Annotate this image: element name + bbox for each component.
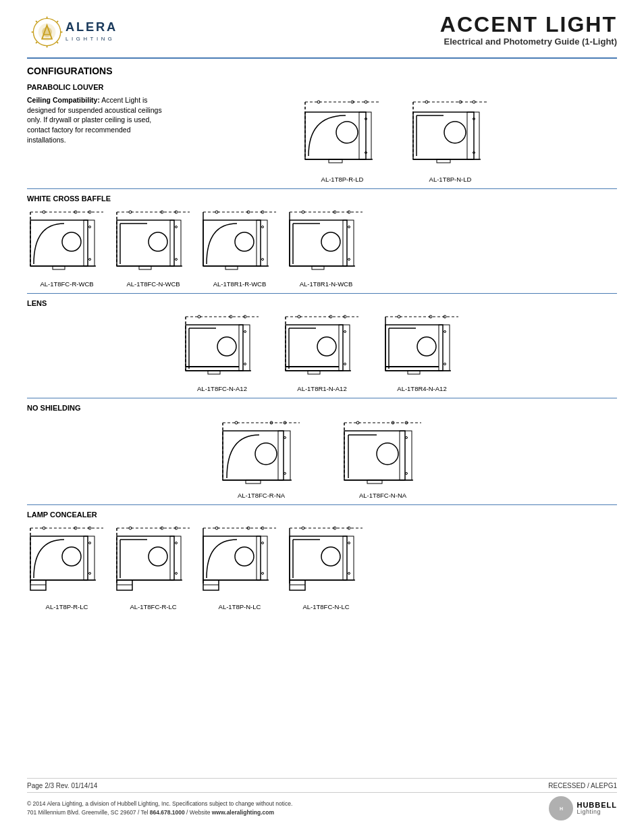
footer-copyright: © 2014 Alera Lighting, a division of Hub… — [27, 800, 292, 808]
diagram-AL-1T8R4-N-A12: AL-1T8R4-N-A12 — [382, 311, 462, 392]
footer-phone: 864.678.1000 — [150, 809, 185, 816]
white-cross-divider — [27, 293, 617, 294]
footer-address: 701 Millennium Blvd. Greenville, SC 2960… — [27, 809, 150, 816]
svg-AL-1T8FC-N-NA — [339, 416, 427, 489]
label-AL-1T8P-R-LD: AL-1T8P-R-LD — [321, 176, 364, 183]
svg-line-7 — [36, 42, 37, 43]
svg-point-200 — [176, 573, 178, 575]
label-AL-1T8R1-N-A12: AL-1T8R1-N-A12 — [297, 385, 346, 392]
parabolic-divider — [27, 188, 617, 189]
svg-AL-1T8FC-R-WCB — [27, 207, 107, 278]
svg-point-181 — [62, 547, 81, 566]
svg-rect-208 — [203, 536, 261, 580]
svg-point-184 — [89, 542, 91, 544]
svg-rect-120 — [286, 325, 343, 371]
footer: Page 2/3 Rev. 01/14/14 RECESSED / ALEPG1… — [27, 778, 617, 820]
lens-diagrams: AL-1T8FC-N-A12 — [27, 311, 617, 392]
diagram-AL-1T8FC-N-NA: AL-1T8FC-N-NA — [339, 416, 427, 499]
white-cross-title: WHITE CROSS BAFFLE — [27, 194, 617, 203]
header: ALERA LIGHTING ACCENT LIGHT Electrical a… — [27, 14, 617, 51]
diagram-AL-1T8FC-N-A12: AL-1T8FC-N-A12 — [182, 311, 262, 392]
svg-point-111 — [244, 363, 246, 365]
svg-point-156 — [284, 437, 286, 439]
page-number: Page 2/3 Rev. 01/14/14 — [27, 782, 97, 789]
svg-point-107 — [217, 337, 236, 356]
white-cross-diagrams: AL-1T8FC-R-WCB — [27, 207, 617, 288]
footer-copyright-block: © 2014 Alera Lighting, a division of Hub… — [27, 800, 292, 817]
svg-rect-104 — [186, 325, 243, 371]
svg-AL-1T8R1-R-WCB — [200, 207, 279, 278]
parabolic-description: Ceiling Compatibility: Accent Light is d… — [27, 95, 176, 145]
svg-rect-152 — [223, 431, 284, 480]
svg-point-49 — [62, 232, 81, 251]
label-AL-1T8R1-N-WCB: AL-1T8R1-N-WCB — [300, 280, 353, 288]
svg-line-5 — [36, 21, 37, 22]
svg-rect-76 — [203, 220, 261, 266]
footer-address-line: 701 Millennium Blvd. Greenville, SC 2960… — [27, 808, 292, 817]
footer-website-pre: / Website — [185, 809, 212, 816]
svg-point-143 — [444, 363, 446, 365]
hubbell-text: HUBBELL Lighting — [576, 801, 617, 816]
label-AL-1T8P-N-LD: AL-1T8P-N-LD — [429, 176, 472, 183]
parabolic-diagrams: AL-1T8P-R-LD — [176, 95, 617, 183]
diagram-AL-1T8R1-R-WCB: AL-1T8R1-R-WCB — [200, 207, 279, 288]
svg-point-139 — [417, 337, 436, 356]
label-AL-1T8FC-N-WCB: AL-1T8FC-N-WCB — [126, 280, 180, 288]
hubbell-logo: H HUBBELL Lighting — [549, 796, 617, 820]
svg-point-228 — [348, 573, 350, 575]
svg-point-224 — [321, 547, 340, 566]
svg-point-81 — [262, 259, 264, 261]
svg-rect-180 — [30, 536, 88, 580]
lamp-concealer-diagrams: AL-1T8P-R-LC — [27, 523, 617, 610]
diagram-AL-1T8FC-N-LC: AL-1T8FC-N-LC — [286, 523, 366, 610]
svg-AL-1T8P-R-LC — [27, 523, 107, 600]
svg-point-92 — [321, 232, 340, 251]
svg-AL-1T8P-N-LC — [200, 523, 279, 600]
svg-point-171 — [406, 437, 408, 439]
configurations-title: CONFIGURATIONS — [27, 66, 617, 76]
alera-logo: ALERA LIGHTING — [27, 14, 135, 51]
svg-point-172 — [406, 473, 408, 475]
svg-point-64 — [149, 232, 167, 251]
ceiling-compat-label: Ceiling Compatibility: — [27, 96, 100, 104]
label-AL-1T8R4-N-A12: AL-1T8R4-N-A12 — [397, 385, 446, 392]
svg-rect-136 — [385, 325, 443, 371]
svg-point-36 — [444, 122, 466, 143]
svg-point-53 — [89, 259, 91, 261]
no-shielding-divider — [27, 504, 617, 505]
svg-AL-1T8FC-R-NA — [217, 416, 305, 489]
hubbell-sub: Lighting — [576, 809, 617, 816]
parabolic-section-body: Ceiling Compatibility: Accent Light is d… — [27, 95, 617, 183]
svg-AL-1T8R1-N-A12 — [282, 311, 362, 382]
svg-point-209 — [235, 547, 254, 566]
svg-point-213 — [262, 573, 264, 575]
svg-point-196 — [149, 547, 167, 566]
diagram-AL-1T8FC-R-NA: AL-1T8FC-R-NA — [217, 416, 305, 499]
svg-point-110 — [244, 331, 246, 333]
lamp-concealer-title: LAMP CONCEALER — [27, 511, 617, 519]
svg-point-21 — [336, 122, 358, 143]
diagram-AL-1T8P-N-LC: AL-1T8P-N-LC — [200, 523, 279, 610]
page-title: ACCENT LIGHT — [440, 14, 617, 35]
svg-rect-61 — [117, 220, 174, 266]
lens-divider — [27, 398, 617, 398]
svg-line-8 — [57, 42, 58, 43]
svg-point-157 — [284, 473, 286, 475]
svg-point-52 — [89, 226, 91, 228]
page: ALERA LIGHTING ACCENT LIGHT Electrical a… — [0, 0, 644, 834]
label-AL-1T8FC-R-NA: AL-1T8FC-R-NA — [238, 492, 285, 499]
svg-point-123 — [317, 337, 336, 356]
section-no-shielding: NO SHIELDING — [27, 404, 617, 505]
footer-main-row: Page 2/3 Rev. 01/14/14 RECESSED / ALEPG1 — [27, 782, 617, 789]
page-subtitle: Electrical and Photometry Guide (1-Light… — [440, 36, 617, 47]
svg-point-67 — [176, 226, 178, 228]
diagram-AL-1T8R1-N-WCB: AL-1T8R1-N-WCB — [286, 207, 366, 288]
diagram-AL-1T8FC-R-LC: AL-1T8FC-R-LC — [113, 523, 193, 610]
lens-title: LENS — [27, 299, 617, 307]
label-AL-1T8FC-R-LC: AL-1T8FC-R-LC — [130, 603, 176, 610]
footer-info-row: © 2014 Alera Lighting, a division of Hub… — [27, 796, 617, 820]
svg-line-6 — [57, 21, 58, 22]
svg-point-185 — [89, 573, 91, 575]
footer-top-rule — [27, 778, 617, 779]
svg-AL-1T8FC-N-A12 — [182, 311, 262, 382]
